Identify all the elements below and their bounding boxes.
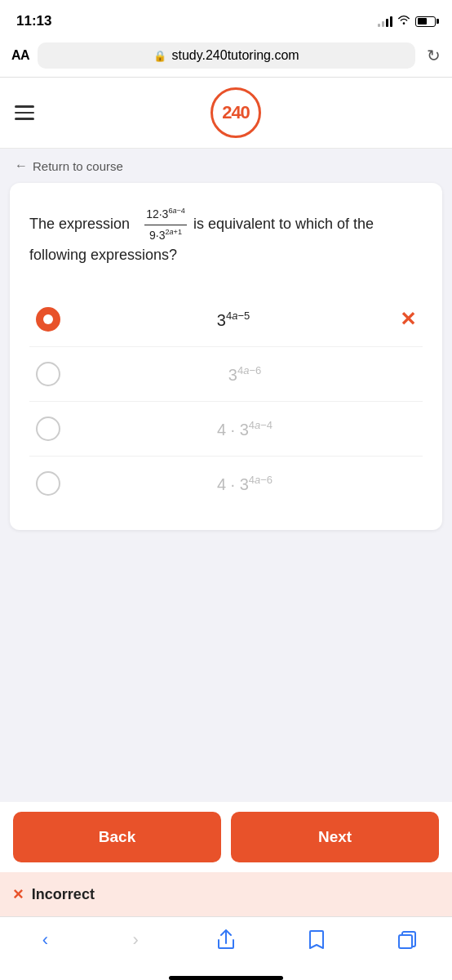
home-indicator bbox=[169, 976, 283, 980]
wifi-icon bbox=[397, 14, 410, 29]
browser-bar: AA 🔒 study.240tutoring.com ↻ bbox=[0, 36, 452, 78]
browser-url-text: study.240tutoring.com bbox=[171, 48, 299, 63]
next-button[interactable]: Next bbox=[231, 812, 439, 862]
logo-container: 240 bbox=[34, 87, 437, 138]
incorrect-banner: × Incorrect bbox=[0, 872, 452, 916]
answer-math-b: 34a−6 bbox=[73, 364, 416, 385]
answer-math-d: 4 · 34a−6 bbox=[73, 474, 416, 494]
question-prefix: The expression bbox=[29, 216, 130, 232]
fraction-numerator: 12·36a−4 bbox=[144, 206, 187, 225]
radio-a bbox=[36, 307, 60, 332]
status-time: 11:13 bbox=[16, 13, 51, 29]
answer-options: 34a−5 ✕ 34a−6 4 · 34a−4 4 · 34a−6 bbox=[29, 292, 423, 510]
back-chevron-icon: ‹ bbox=[42, 929, 48, 951]
back-button[interactable]: Back bbox=[13, 812, 221, 862]
fraction-denominator: 9·32a+1 bbox=[148, 225, 184, 244]
answer-math-c: 4 · 34a−4 bbox=[73, 419, 416, 439]
answer-option-c[interactable]: 4 · 34a−4 bbox=[29, 402, 423, 457]
radio-inner-a bbox=[43, 314, 53, 324]
status-bar: 11:13 bbox=[0, 0, 452, 36]
tabs-button[interactable] bbox=[389, 925, 425, 955]
refresh-icon[interactable]: ↻ bbox=[427, 46, 441, 65]
browser-forward-button[interactable]: › bbox=[117, 925, 153, 955]
question-card: The expression 12·36a−4 9·32a+1 is equiv… bbox=[10, 183, 442, 530]
logo-text: 240 bbox=[222, 102, 250, 123]
share-icon bbox=[217, 929, 235, 951]
return-to-course-label: Return to course bbox=[33, 159, 123, 173]
incorrect-x-icon: × bbox=[13, 884, 24, 905]
button-row: Back Next bbox=[0, 802, 452, 872]
tabs-icon bbox=[398, 931, 416, 949]
question-text: The expression 12·36a−4 9·32a+1 is equiv… bbox=[29, 206, 423, 266]
radio-b bbox=[36, 362, 60, 386]
hamburger-menu[interactable] bbox=[15, 105, 34, 120]
browser-url-bar[interactable]: 🔒 study.240tutoring.com bbox=[38, 42, 415, 69]
radio-d bbox=[36, 471, 60, 496]
forward-chevron-icon: › bbox=[133, 929, 139, 951]
browser-aa-button[interactable]: AA bbox=[11, 48, 29, 63]
status-icons bbox=[378, 14, 436, 29]
ios-nav-bar: ‹ › bbox=[0, 916, 452, 971]
browser-back-button[interactable]: ‹ bbox=[27, 925, 63, 955]
book-icon bbox=[308, 929, 326, 951]
return-to-course-link[interactable]: ← Return to course bbox=[0, 149, 452, 183]
logo-circle: 240 bbox=[210, 87, 261, 138]
signal-icon bbox=[378, 16, 392, 27]
question-fraction: 12·36a−4 9·32a+1 bbox=[144, 206, 187, 244]
app-header: 240 bbox=[0, 78, 452, 149]
bookmarks-button[interactable] bbox=[299, 925, 335, 955]
return-arrow-icon: ← bbox=[15, 158, 28, 173]
wrong-icon-a: ✕ bbox=[400, 308, 416, 331]
svg-rect-0 bbox=[399, 935, 412, 948]
answer-math-a: 34a−5 bbox=[73, 310, 393, 330]
incorrect-label: Incorrect bbox=[32, 886, 95, 903]
bottom-section: Back Next × Incorrect ‹ › bbox=[0, 802, 452, 980]
share-button[interactable] bbox=[208, 925, 244, 955]
radio-c bbox=[36, 416, 60, 441]
answer-option-d[interactable]: 4 · 34a−6 bbox=[29, 457, 423, 510]
answer-option-b[interactable]: 34a−6 bbox=[29, 347, 423, 402]
answer-option-a[interactable]: 34a−5 ✕ bbox=[29, 292, 423, 347]
lock-icon: 🔒 bbox=[153, 50, 166, 62]
battery-icon bbox=[415, 16, 436, 27]
